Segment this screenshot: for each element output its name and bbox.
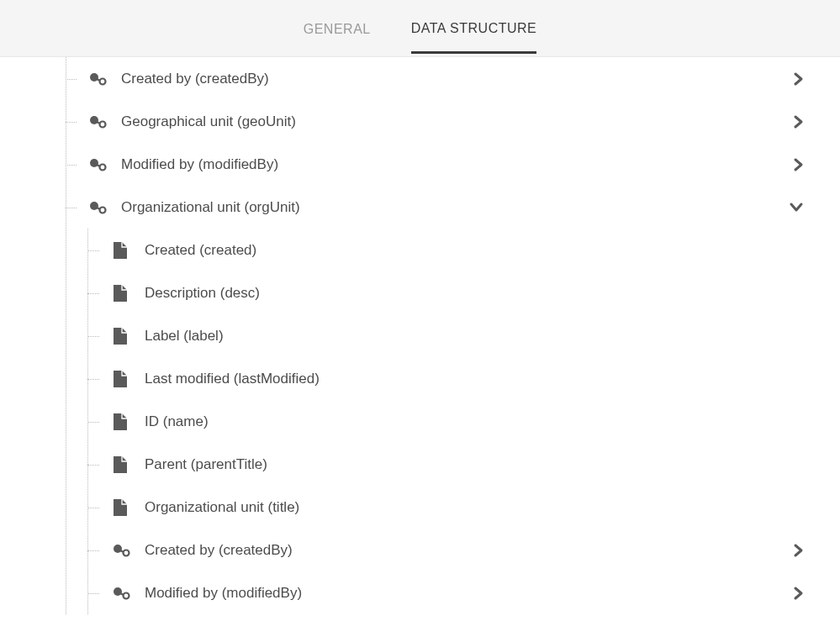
tree-item-label: ID (name) — [145, 413, 806, 430]
svg-point-7 — [100, 164, 106, 170]
file-icon — [113, 412, 133, 432]
tree-item-label: Created (created) — [145, 242, 806, 259]
tree-item-label: Geographical unit (geoUnit) — [121, 113, 793, 130]
svg-point-9 — [90, 202, 98, 210]
svg-point-13 — [124, 550, 129, 555]
svg-point-3 — [90, 116, 98, 124]
svg-point-4 — [100, 121, 106, 127]
svg-point-10 — [100, 207, 106, 213]
tab-general[interactable]: GENERAL — [304, 3, 371, 54]
tree-item-label: Description (desc) — [145, 285, 806, 302]
tree-item-label: Organizational unit (title) — [145, 499, 806, 516]
tree-item-desc[interactable]: Description (desc) — [98, 271, 806, 314]
tree-item-label-field[interactable]: Label (label) — [98, 314, 806, 357]
svg-point-1 — [100, 78, 106, 84]
tree-item-last-modified[interactable]: Last modified (lastModified) — [98, 357, 806, 400]
chevron-down-icon — [788, 202, 805, 213]
tree-item-id[interactable]: ID (name) — [98, 400, 806, 443]
tree-item-created[interactable]: Created (created) — [98, 229, 806, 271]
link-icon — [89, 155, 109, 175]
tree-root: Created by (createdBy) Geographical unit… — [34, 57, 806, 614]
tree-item-created-by[interactable]: Created by (createdBy) — [66, 57, 806, 100]
tree-item-label: Created by (createdBy) — [121, 71, 793, 87]
tree-item-parent[interactable]: Parent (parentTitle) — [98, 443, 806, 486]
svg-point-12 — [114, 545, 122, 553]
chevron-right-icon — [793, 542, 805, 559]
svg-point-15 — [114, 587, 122, 596]
file-icon — [113, 326, 133, 346]
file-icon — [113, 497, 133, 518]
tree-content: Created by (createdBy) Geographical unit… — [0, 57, 840, 614]
tree-item-geo-unit[interactable]: Geographical unit (geoUnit) — [66, 100, 806, 143]
link-icon — [113, 540, 133, 560]
tree-nested-org-unit: Created (created) Description (desc) Lab… — [66, 229, 806, 614]
chevron-right-icon — [793, 113, 805, 130]
tree-item-label: Created by (createdBy) — [145, 542, 793, 559]
file-icon — [113, 369, 133, 389]
file-icon — [113, 283, 133, 303]
svg-point-0 — [90, 73, 98, 82]
svg-point-16 — [124, 592, 129, 598]
link-icon — [89, 69, 109, 89]
tree-item-label: Modified by (modifiedBy) — [121, 156, 793, 173]
tree-item-label: Label (label) — [145, 328, 806, 345]
tree-item-label: Last modified (lastModified) — [145, 371, 806, 387]
tab-data-structure[interactable]: DATA STRUCTURE — [411, 3, 537, 54]
link-icon — [113, 583, 133, 603]
chevron-right-icon — [793, 585, 805, 602]
tab-bar: GENERAL DATA STRUCTURE — [0, 0, 840, 57]
tree-item-child-created-by[interactable]: Created by (createdBy) — [98, 529, 806, 571]
chevron-right-icon — [793, 71, 805, 87]
tree-item-modified-by[interactable]: Modified by (modifiedBy) — [66, 143, 806, 186]
svg-point-6 — [90, 159, 98, 167]
tree-item-child-modified-by[interactable]: Modified by (modifiedBy) — [98, 571, 806, 614]
link-icon — [89, 197, 109, 218]
chevron-right-icon — [793, 156, 805, 173]
tree-item-org-unit[interactable]: Organizational unit (orgUnit) — [66, 186, 806, 229]
file-icon — [113, 455, 133, 475]
tree-item-label: Modified by (modifiedBy) — [145, 585, 793, 602]
tree-item-title[interactable]: Organizational unit (title) — [98, 486, 806, 529]
link-icon — [89, 112, 109, 132]
tree-item-label: Organizational unit (orgUnit) — [121, 199, 788, 216]
tree-item-label: Parent (parentTitle) — [145, 456, 806, 473]
file-icon — [113, 240, 133, 261]
